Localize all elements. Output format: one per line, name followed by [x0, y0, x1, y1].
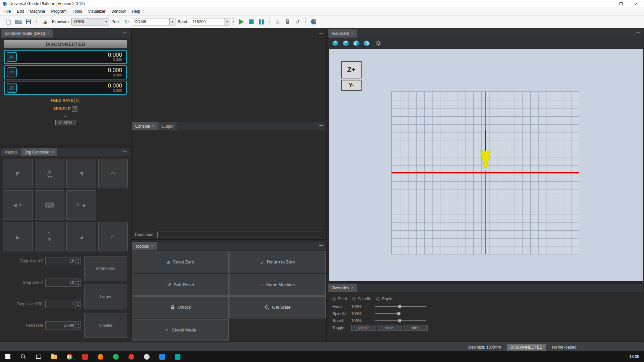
toggle-flood-button[interactable]: flood — [377, 325, 402, 331]
smaller-step-button[interactable]: Smaller — [84, 313, 127, 338]
feed-rate-spinner[interactable]: 1,000 — [45, 321, 81, 329]
step-size-xy-spinner[interactable]: 10 — [45, 257, 81, 265]
taskbar-app-3[interactable] — [108, 351, 123, 362]
start-button[interactable] — [0, 351, 15, 362]
taskbar-clock[interactable]: 13:09 — [629, 354, 644, 359]
menu-window[interactable]: Window — [108, 8, 129, 15]
radio-feed[interactable]: Feed — [332, 297, 347, 301]
port-select[interactable]: COM8 ▼ — [132, 18, 175, 25]
check-mode-button[interactable]: ✓ Check Mode — [132, 319, 229, 341]
jog-x-minus-y-minus-button[interactable]: ◣ — [3, 222, 33, 251]
open-file-button[interactable] — [14, 18, 22, 26]
menu-visualizer[interactable]: Visualizer — [85, 8, 108, 15]
orientation-y-minus-button[interactable]: Y- — [341, 80, 362, 91]
unlock-button[interactable]: Unlock — [132, 296, 229, 318]
spinner-arrows[interactable] — [75, 322, 80, 329]
taskbar-app-7[interactable] — [170, 351, 185, 362]
tab-jog-controller[interactable]: Jog Controller × — [21, 148, 58, 156]
ugs-pendant-button[interactable] — [310, 18, 318, 26]
jog-z-plus-button[interactable]: Z+ — [98, 159, 128, 188]
refresh-ports-button[interactable]: ↻ — [123, 18, 131, 26]
taskbar-app-6[interactable] — [154, 351, 170, 362]
tab-console[interactable]: Console × — [132, 122, 158, 130]
jog-y-minus-button[interactable]: Y-▼ — [35, 222, 65, 251]
step-size-z-spinner[interactable]: 10 — [45, 279, 81, 287]
taskbar-app-5[interactable] — [139, 351, 154, 362]
tab-controller-state[interactable]: Controller State (DRO) × — [1, 29, 53, 38]
jog-keyboard-toggle-button[interactable]: ⌨ — [35, 190, 65, 220]
spinner-arrows[interactable] — [75, 300, 80, 308]
millimeters-button[interactable]: Millimeters — [84, 256, 127, 281]
jog-x-minus-y-plus-button[interactable]: ◤ — [3, 159, 33, 188]
taskbar-file-explorer[interactable] — [46, 351, 62, 362]
zero-y-button[interactable]: Y0 — [7, 67, 17, 77]
menu-file[interactable]: File — [1, 8, 14, 15]
panel-minimize-button[interactable]: — — [123, 149, 127, 154]
menu-tools[interactable]: Tools — [69, 8, 85, 15]
tab-toolbox[interactable]: Toolbox × — [132, 242, 157, 250]
panel-minimize-button[interactable]: — — [636, 285, 640, 289]
radio-spindle[interactable]: Spindle — [352, 297, 371, 301]
view-front-button[interactable] — [353, 40, 360, 47]
soft-reset-button[interactable]: ↺ Soft Reset — [132, 274, 229, 296]
panel-minimize-button[interactable]: — — [636, 30, 640, 35]
task-view-button[interactable] — [31, 351, 46, 362]
spinner-arrows[interactable] — [75, 279, 80, 286]
view-side-button[interactable] — [363, 40, 370, 47]
tab-overrides[interactable]: Overrides × — [328, 284, 357, 292]
slider-handle[interactable] — [398, 305, 401, 308]
soft-reset-button[interactable]: ↺ — [293, 18, 302, 26]
console-output-area[interactable] — [132, 130, 326, 230]
panel-minimize-button[interactable]: — — [123, 30, 127, 35]
connect-button[interactable] — [41, 18, 49, 26]
visualizer-settings-button[interactable] — [376, 41, 381, 46]
jog-x-plus-y-minus-button[interactable]: ◢ — [66, 222, 96, 251]
rapid-override-slider[interactable] — [375, 319, 426, 323]
jog-x-minus-button[interactable]: ◀X- — [3, 190, 33, 220]
toggle-spindle-button[interactable]: spindle — [351, 325, 376, 331]
command-input[interactable] — [157, 232, 323, 238]
panel-minimize-button[interactable]: — — [319, 31, 323, 36]
slider-handle[interactable] — [397, 312, 400, 315]
jog-y-plus-button[interactable]: ▲Y+ — [35, 159, 65, 188]
taskbar-app-2[interactable] — [93, 351, 108, 362]
close-tab-icon[interactable]: × — [151, 244, 153, 249]
menu-machine[interactable]: Machine — [27, 8, 48, 15]
minimize-button[interactable] — [598, 0, 613, 7]
menu-edit[interactable]: Edit — [14, 8, 27, 15]
play-button[interactable] — [237, 18, 245, 26]
jog-z-minus-button[interactable]: Z- — [98, 222, 128, 251]
panel-minimize-button[interactable]: — — [319, 243, 323, 248]
get-state-button[interactable]: Get State — [229, 296, 326, 318]
spinner-arrows[interactable] — [75, 257, 80, 265]
firmware-select[interactable]: GRBL ▼ — [71, 18, 109, 25]
baud-select[interactable]: 115200 ▼ — [190, 18, 230, 25]
close-button[interactable]: × — [629, 0, 644, 7]
radio-rapid[interactable]: Rapid — [376, 297, 392, 301]
tab-visualizer[interactable]: Visualizer × — [328, 29, 357, 38]
stop-button[interactable] — [247, 18, 255, 26]
taskbar-app-4[interactable] — [123, 351, 139, 362]
return-to-zero-button[interactable]: ↙ Return to Zero — [229, 251, 326, 273]
home-machine-button[interactable]: ⌂ Home Machine — [229, 274, 326, 296]
close-tab-icon[interactable]: × — [47, 31, 49, 36]
close-tab-icon[interactable]: × — [351, 31, 354, 36]
view-iso-button[interactable] — [332, 40, 339, 47]
taskbar-chrome[interactable] — [62, 351, 77, 362]
reset-zero-button[interactable]: ⌀ Reset Zero — [132, 251, 229, 273]
zero-x-button[interactable]: X0 — [7, 52, 17, 62]
larger-step-button[interactable]: Larger — [84, 285, 127, 310]
pause-button[interactable] — [257, 18, 265, 26]
orientation-z-plus-button[interactable]: Z+ — [341, 61, 362, 78]
zero-z-button[interactable]: Z0 — [7, 83, 17, 93]
new-file-button[interactable] — [4, 18, 12, 26]
close-tab-icon[interactable]: × — [52, 150, 54, 155]
view-top-button[interactable] — [342, 40, 349, 47]
maximize-button[interactable] — [613, 0, 629, 7]
spindle-override-slider[interactable] — [375, 312, 401, 316]
jog-x-plus-y-plus-button[interactable]: ◥ — [66, 159, 96, 188]
panel-minimize-button[interactable]: — — [319, 123, 323, 128]
feed-override-slider[interactable] — [375, 305, 426, 309]
close-tab-icon[interactable]: × — [152, 124, 154, 129]
menu-help[interactable]: Help — [129, 8, 143, 15]
